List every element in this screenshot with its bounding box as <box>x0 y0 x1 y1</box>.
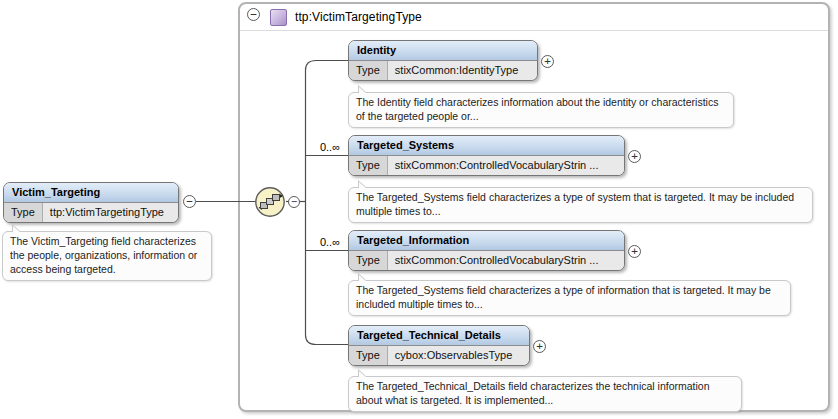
type-label: Type <box>349 156 388 175</box>
element-type-row: Type stixCommon:ControlledVocabularyStri… <box>349 156 624 175</box>
targeted-systems-expand-button[interactable]: + <box>628 150 641 163</box>
element-name: Identity <box>349 41 537 61</box>
type-label: Type <box>4 203 43 222</box>
element-targeted-systems[interactable]: Targeted_Systems Type stixCommon:Control… <box>348 135 625 176</box>
type-value: stixCommon:ControlledVocabularyStrin ... <box>388 251 624 270</box>
element-type-row: Type ttp:VictimTargetingType <box>4 203 178 222</box>
element-type-row: Type stixCommon:IdentityType <box>349 61 537 80</box>
type-label: Type <box>349 251 388 270</box>
element-targeted-technical-details[interactable]: Targeted_Technical_Details Type cybox:Ob… <box>348 325 530 366</box>
element-targeted-information[interactable]: Targeted_Information Type stixCommon:Con… <box>348 230 625 271</box>
root-collapse-button[interactable]: − <box>183 195 196 208</box>
type-value: stixCommon:ControlledVocabularyStrin ... <box>388 156 624 175</box>
sequence-compositor-icon[interactable] <box>253 185 287 223</box>
type-label: Type <box>349 61 388 80</box>
container-collapse-button[interactable]: − <box>247 8 260 21</box>
element-name: Targeted_Systems <box>349 136 624 156</box>
description-targeted-technical-details: The Targeted_Technical_Details field cha… <box>348 376 742 412</box>
cardinality-targeted-information: 0..∞ <box>308 236 340 248</box>
description-targeted-information: The Targeted_Systems field characterizes… <box>348 280 791 316</box>
element-identity[interactable]: Identity Type stixCommon:IdentityType <box>348 40 538 81</box>
cardinality-targeted-systems: 0..∞ <box>308 141 340 153</box>
identity-expand-button[interactable]: + <box>541 55 554 68</box>
type-label: Type <box>349 346 388 365</box>
sequence-collapse-button[interactable]: − <box>288 196 300 208</box>
targeted-information-expand-button[interactable]: + <box>628 245 641 258</box>
targeted-technical-details-expand-button[interactable]: + <box>533 340 546 353</box>
schema-diagram: ttp:VictimTargetingType − Victim_Targeti… <box>0 0 838 419</box>
description-targeted-systems: The Targeted_Systems field characterizes… <box>348 187 813 223</box>
element-victim-targeting[interactable]: Victim_Targeting Type ttp:VictimTargetin… <box>3 182 179 223</box>
description-identity: The Identity field characterizes informa… <box>348 92 734 128</box>
element-name: Targeted_Information <box>349 231 624 251</box>
type-value: cybox:ObservablesType <box>388 346 529 365</box>
element-name: Targeted_Technical_Details <box>349 326 529 346</box>
description-victim-targeting: The Victim_Targeting field characterizes… <box>2 231 212 281</box>
type-value: stixCommon:IdentityType <box>388 61 537 80</box>
element-name: Victim_Targeting <box>4 183 178 203</box>
element-type-row: Type cybox:ObservablesType <box>349 346 529 365</box>
element-type-row: Type stixCommon:ControlledVocabularyStri… <box>349 251 624 270</box>
type-value: ttp:VictimTargetingType <box>43 203 178 222</box>
